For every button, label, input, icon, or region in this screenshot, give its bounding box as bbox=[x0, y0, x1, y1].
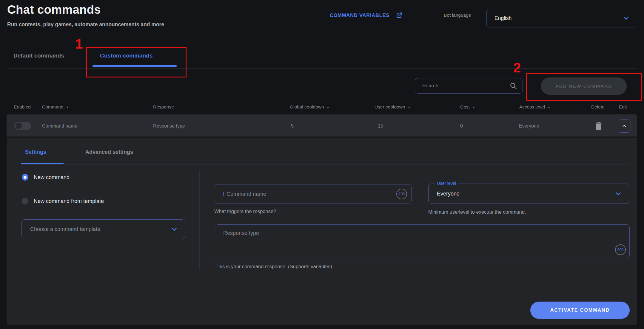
sort-asc-icon: ▲ bbox=[472, 105, 475, 108]
char-counter-badge: 500 bbox=[615, 244, 626, 255]
command-template-select[interactable]: Choose a command template bbox=[21, 219, 185, 239]
row-command-name: Command name bbox=[42, 123, 77, 129]
column-header-enabled: Enabled bbox=[14, 104, 31, 110]
column-header-response: Response bbox=[153, 104, 174, 110]
column-header-command[interactable]: Command▲ bbox=[42, 104, 69, 110]
sort-asc-icon: ▲ bbox=[327, 105, 329, 108]
template-placeholder: Choose a command template bbox=[30, 226, 171, 232]
trash-icon bbox=[594, 122, 604, 131]
command-name-field[interactable]: ! Command name 100 bbox=[214, 184, 412, 204]
tab-custom-commands[interactable]: Custom commands bbox=[100, 52, 152, 59]
response-helper: This is your command response. (Supports… bbox=[215, 264, 333, 269]
bot-language-value: English bbox=[494, 15, 623, 21]
tabs-divider bbox=[7, 68, 637, 69]
column-header-edit: Edit bbox=[619, 104, 627, 110]
column-header-global-cooldown[interactable]: Global cooldown▲ bbox=[290, 104, 329, 110]
search-icon bbox=[509, 82, 517, 90]
radio-new-command-label: New command bbox=[34, 174, 70, 181]
response-textarea[interactable] bbox=[215, 225, 629, 258]
search-box[interactable] bbox=[415, 78, 523, 94]
command-variables-label: COMMAND VARIABLES bbox=[330, 13, 389, 18]
user-level-helper: Minimum userlevel to execute the command… bbox=[428, 209, 526, 215]
user-level-select[interactable]: User level Everyone bbox=[428, 184, 629, 204]
sort-asc-icon: ▲ bbox=[408, 105, 411, 108]
user-level-value: Everyone bbox=[437, 191, 615, 197]
column-header-delete: Delete bbox=[591, 104, 605, 110]
tab-default-commands[interactable]: Default commands bbox=[13, 52, 64, 59]
panel-vertical-divider bbox=[199, 171, 200, 269]
command-prefix: ! bbox=[223, 191, 224, 197]
active-tab-indicator bbox=[93, 65, 177, 67]
radio-unselected-icon bbox=[22, 198, 28, 204]
radio-new-command[interactable]: New command bbox=[22, 174, 70, 181]
sort-asc-icon: ▲ bbox=[548, 105, 550, 108]
tab-advanced-settings[interactable]: Advanced settings bbox=[85, 149, 133, 155]
add-new-command-button[interactable]: ADD NEW COMMAND bbox=[541, 77, 627, 95]
row-access-level: Everyone bbox=[519, 123, 539, 129]
sort-asc-icon: ▲ bbox=[66, 105, 69, 108]
column-header-cost[interactable]: Cost▲ bbox=[460, 104, 475, 110]
external-link-icon bbox=[396, 12, 403, 18]
row-response-type: Response type bbox=[153, 123, 185, 129]
command-name-placeholder: Command name bbox=[227, 191, 396, 197]
row-cost: 0 bbox=[460, 123, 463, 129]
radio-template-label: New command from template bbox=[34, 198, 104, 204]
row-global-cooldown: 5 bbox=[291, 123, 294, 129]
enabled-toggle[interactable] bbox=[14, 122, 31, 130]
chevron-up-icon bbox=[622, 123, 627, 129]
settings-tabs-divider bbox=[21, 164, 630, 164]
column-header-user-cooldown[interactable]: User cooldown▲ bbox=[375, 104, 410, 110]
command-card: Command name Response type 5 15 0 Everyo… bbox=[7, 114, 637, 325]
bot-language-select[interactable]: English bbox=[486, 9, 636, 27]
delete-button[interactable] bbox=[594, 121, 604, 131]
user-level-label: User level bbox=[435, 181, 458, 186]
tab-settings[interactable]: Settings bbox=[25, 149, 46, 155]
response-field[interactable]: 500 bbox=[215, 224, 630, 258]
char-counter-badge: 100 bbox=[396, 189, 407, 199]
search-input[interactable] bbox=[422, 83, 509, 89]
radio-new-command-from-template[interactable]: New command from template bbox=[22, 198, 104, 204]
page-subtitle: Run contests, play games, automate annou… bbox=[7, 21, 164, 28]
chevron-down-icon bbox=[171, 226, 178, 232]
command-name-helper: What triggers the response? bbox=[214, 209, 276, 214]
chevron-down-icon bbox=[615, 190, 622, 197]
row-user-cooldown: 15 bbox=[378, 123, 383, 129]
column-header-access-level[interactable]: Access level▲ bbox=[519, 104, 550, 110]
annotation-box-1 bbox=[86, 47, 187, 77]
bot-language-label: Bot language bbox=[444, 13, 471, 18]
toggle-knob bbox=[16, 123, 22, 129]
chevron-down-icon bbox=[623, 15, 629, 21]
annotation-step-2: 2 bbox=[513, 60, 521, 76]
table-row: Command name Response type 5 15 0 Everyo… bbox=[7, 114, 637, 138]
collapse-row-button[interactable] bbox=[618, 120, 631, 133]
annotation-step-1: 1 bbox=[75, 36, 83, 52]
radio-selected-icon bbox=[22, 174, 28, 181]
command-variables-link[interactable]: COMMAND VARIABLES bbox=[330, 12, 403, 18]
page-title: Chat commands bbox=[7, 3, 101, 16]
activate-command-button[interactable]: ACTIVATE COMMAND bbox=[530, 302, 630, 319]
